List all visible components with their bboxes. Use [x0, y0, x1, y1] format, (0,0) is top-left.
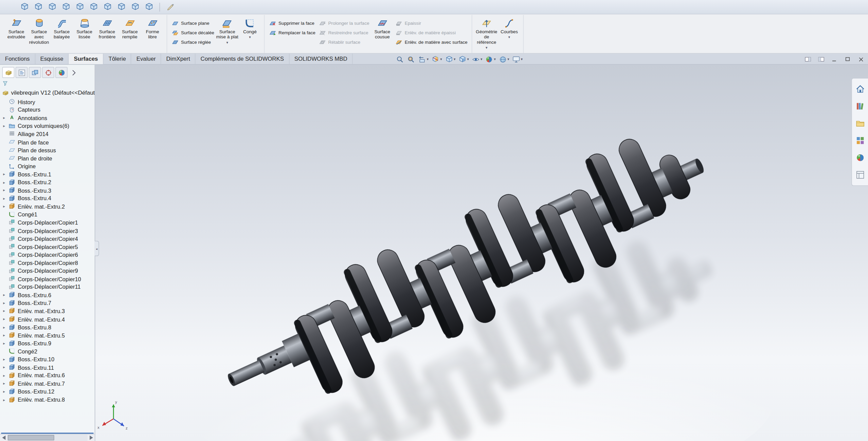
tree-item-boss-extru-2[interactable]: ▸Boss.-Extru.2	[0, 178, 95, 187]
tree-item-corps-d-placer-copier11[interactable]: Corps-Déplacer/Copier11	[0, 283, 95, 291]
dropdown-arrow-icon[interactable]: ▾	[481, 58, 482, 61]
scroll-left-button[interactable]	[0, 434, 7, 441]
expand-arrow-icon[interactable]: ▸	[2, 373, 7, 378]
expand-arrow-icon[interactable]: ▸	[2, 341, 7, 346]
expand-arrow-icon[interactable]: ▸	[2, 204, 7, 209]
ribbon-button-surface-lissee[interactable]: Surface lissée	[73, 16, 96, 40]
pane-toggle-1-button[interactable]	[804, 56, 812, 63]
ribbon-button-surface-cousue[interactable]: Surface cousue	[371, 16, 394, 40]
design-library-button[interactable]	[854, 100, 866, 112]
expand-arrow-icon[interactable]: ▸	[2, 172, 7, 177]
tab-compl-ments-de-solidworks[interactable]: Compléments de SOLIDWORKS	[196, 54, 289, 64]
ribbon-button-forme-libre[interactable]: Forme libre	[141, 16, 164, 40]
expand-arrow-icon[interactable]: ▸	[2, 398, 7, 402]
fm-expand-tabs[interactable]	[70, 67, 77, 78]
expand-arrow-icon[interactable]: ▸	[2, 301, 7, 305]
ribbon-button-geometrie-de-reference[interactable]: Géométrie de référence▾	[475, 16, 498, 50]
tree-item-plan-de-droite[interactable]: Plan de droite	[0, 154, 95, 162]
ribbon-button-remplacer-la-face[interactable]: Remplacer la face	[267, 29, 317, 37]
view-palette-button[interactable]	[854, 134, 866, 147]
qat-button-4[interactable]	[60, 1, 72, 13]
tree-item-cong-1[interactable]: Congé1	[0, 211, 95, 219]
expand-arrow-icon[interactable]: ▸	[2, 180, 7, 185]
apply-scene-button[interactable]: ▾	[498, 55, 510, 63]
dropdown-arrow-icon[interactable]: ▾	[454, 58, 455, 61]
qat-button-5[interactable]	[74, 1, 85, 13]
tree-item-boss-extru-9[interactable]: ▸Boss.-Extru.9	[0, 340, 95, 348]
expand-arrow-icon[interactable]: ▸	[2, 325, 7, 329]
ribbon-button-surface-remplie[interactable]: Surface remplie	[119, 16, 141, 40]
ribbon-button-surface-frontiere[interactable]: Surface frontière	[96, 16, 119, 40]
tab-surfaces[interactable]: Surfaces	[69, 54, 104, 64]
tree-item-enl-v-mat-extru-5[interactable]: ▸Enlèv. mat.-Extru.5	[0, 331, 95, 340]
scroll-right-button[interactable]	[88, 434, 95, 441]
expand-arrow-icon[interactable]: ▸	[2, 116, 7, 120]
qat-button-3[interactable]	[47, 1, 58, 13]
expand-arrow-icon[interactable]: ▸	[2, 188, 7, 193]
qat-button-9[interactable]	[129, 1, 141, 13]
tree-item-plan-de-face[interactable]: Plan de face	[0, 138, 95, 146]
fm-dimxpert-manager-tab[interactable]	[42, 67, 54, 78]
tree-item-boss-extru-4[interactable]: ▸Boss.-Extru.4	[0, 194, 95, 203]
qat-button-10[interactable]	[143, 1, 155, 13]
ribbon-button-conge[interactable]: Congé▾	[239, 16, 261, 39]
qat-button-7[interactable]	[102, 1, 113, 13]
tree-item-enl-v-mat-extru-4[interactable]: ▸Enlèv. mat.-Extru.4	[0, 315, 95, 323]
pane-toggle-2-button[interactable]	[818, 56, 825, 63]
appearances-scenes-button[interactable]	[854, 152, 866, 164]
display-style-button[interactable]: ▾	[458, 55, 470, 63]
tree-item-enl-v-mat-extru-7[interactable]: ▸Enlèv. mat.-Extru.7	[0, 380, 95, 388]
section-view-button[interactable]: ▾	[431, 55, 443, 63]
tree-item-corps-d-placer-copier5[interactable]: Corps-Déplacer/Copier5	[0, 243, 95, 251]
tree-item-alliage-2014[interactable]: Alliage 2014	[0, 130, 95, 138]
tree-item-boss-extru-7[interactable]: ▸Boss.-Extru.7	[0, 299, 95, 307]
ribbon-button-courbes[interactable]: Courbes▾	[498, 16, 521, 39]
dropdown-arrow-icon[interactable]: ▾	[440, 58, 442, 61]
tab-esquisse[interactable]: Esquisse	[35, 54, 69, 64]
tab-dimxpert[interactable]: DimXpert	[161, 54, 196, 64]
ribbon-button-surface-reglee[interactable]: Surface réglée	[170, 38, 216, 46]
tree-item-corps-d-placer-copier10[interactable]: Corps-Déplacer/Copier10	[0, 275, 95, 283]
custom-properties-button[interactable]	[854, 169, 866, 181]
ribbon-button-surface-extrudee[interactable]: Surface extrudée	[5, 16, 28, 40]
tree-item-corps-d-placer-copier1[interactable]: Corps-Déplacer/Copier1	[0, 219, 95, 227]
expand-arrow-icon[interactable]: ▸	[2, 333, 7, 338]
view-settings-button[interactable]: ▾	[511, 55, 523, 63]
dropdown-arrow-icon[interactable]: ▾	[467, 58, 469, 61]
ribbon-button-supprimer-la-face[interactable]: Supprimer la face	[267, 19, 317, 27]
tree-item-boss-extru-10[interactable]: ▸Boss.-Extru.10	[0, 356, 95, 364]
fm-display-manager-tab[interactable]	[55, 67, 68, 78]
qat-button-6[interactable]	[88, 1, 99, 13]
maximize-button[interactable]	[844, 56, 851, 63]
tree-item-plan-de-dessus[interactable]: Plan de dessus	[0, 146, 95, 154]
tab-solidworks-mbd[interactable]: SOLIDWORKS MBD	[289, 54, 353, 64]
edit-appearance-button[interactable]: ▾	[485, 55, 496, 63]
dropdown-arrow-icon[interactable]: ▾	[226, 41, 228, 44]
tree-item-enl-v-mat-extru-8[interactable]: ▸Enlèv. mat.-Extru.8	[0, 396, 95, 404]
expand-arrow-icon[interactable]: ▸	[2, 365, 7, 370]
expand-arrow-icon[interactable]: ▸	[2, 381, 7, 386]
minimize-button[interactable]	[831, 56, 838, 63]
qat-button-1[interactable]	[19, 1, 30, 13]
ribbon-button-surface-mise-a-plat[interactable]: Surface mise à plat▾	[216, 16, 239, 44]
scroll-thumb[interactable]	[8, 435, 54, 440]
previous-view-button[interactable]: ▾	[417, 55, 429, 63]
fm-property-manager-tab[interactable]	[16, 67, 28, 78]
expand-arrow-icon[interactable]: ▸	[2, 317, 7, 322]
ribbon-button-surface-balayee[interactable]: Surface balayée	[50, 16, 73, 40]
pane-splitter-handle[interactable]: ◂	[95, 241, 99, 256]
tree-item-corps-d-placer-copier6[interactable]: Corps-Déplacer/Copier6	[0, 251, 95, 259]
tree-item-corps-d-placer-copier4[interactable]: Corps-Déplacer/Copier4	[0, 235, 95, 243]
tree-item-annotations[interactable]: ▸AAnnotations	[0, 114, 95, 122]
tree-item-enl-v-mat-extru-3[interactable]: ▸Enlèv. mat.-Extru.3	[0, 307, 95, 315]
tab-evaluer[interactable]: Evaluer	[131, 54, 161, 64]
tree-item-boss-extru-6[interactable]: ▸Boss.-Extru.6	[0, 291, 95, 299]
dropdown-arrow-icon[interactable]: ▾	[249, 36, 251, 39]
tree-item-boss-extru-11[interactable]: ▸Boss.-Extru.11	[0, 364, 95, 372]
tree-item-boss-extru-1[interactable]: ▸Boss.-Extru.1	[0, 170, 95, 178]
tree-item-history[interactable]: History	[0, 98, 95, 106]
file-explorer-button[interactable]	[854, 117, 866, 130]
dropdown-arrow-icon[interactable]: ▾	[508, 36, 510, 39]
solidworks-resources-button[interactable]	[854, 83, 866, 95]
ribbon-button-enlev-de-matiere-avec-surface[interactable]: Enlèv. de matière avec surface	[394, 38, 469, 46]
